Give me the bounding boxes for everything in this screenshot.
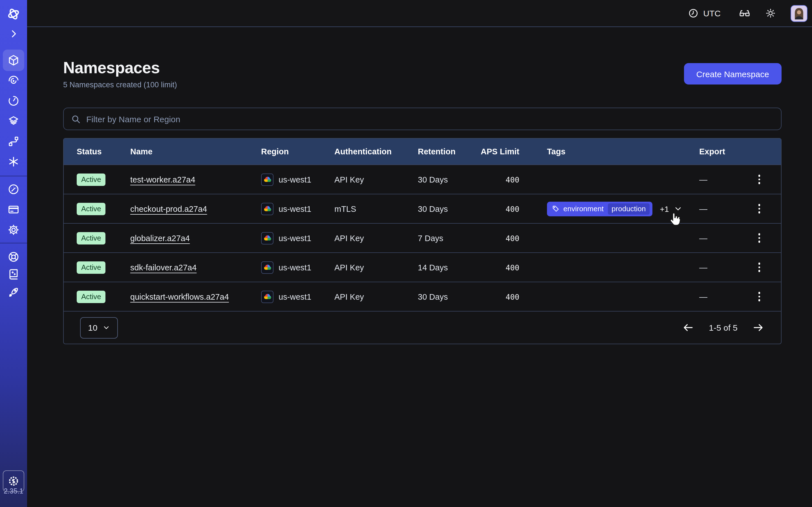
timezone-button[interactable]: UTC <box>688 8 721 18</box>
avatar[interactable] <box>791 5 808 22</box>
table-row: Active globalizer.a27a4 us-west1 API Key… <box>64 223 781 252</box>
sidebar-item-schedules[interactable] <box>3 90 24 112</box>
retention-label: 30 Days <box>418 204 474 213</box>
create-namespace-button[interactable]: Create Namespace <box>684 63 781 84</box>
retention-label: 14 Days <box>418 263 474 272</box>
timezone-label: UTC <box>703 8 721 18</box>
retention-label: 30 Days <box>418 175 474 184</box>
row-menu-button[interactable] <box>749 257 770 278</box>
tags-cell: environment production +1 <box>519 202 699 216</box>
auth-label: API Key <box>335 263 418 272</box>
next-page-button[interactable] <box>752 322 764 334</box>
retention-label: 30 Days <box>418 292 474 301</box>
page-range-label: 1-5 of 5 <box>709 323 738 332</box>
table-row: Active quickstart-workflows.a27a4 us-wes… <box>64 282 781 311</box>
status-badge: Active <box>77 203 106 215</box>
export-value: — <box>699 204 738 213</box>
namespace-link[interactable]: quickstart-workflows.a27a4 <box>130 292 229 301</box>
table-row: Active checkout-prod.a27a4 us-west1 mTLS… <box>64 194 781 223</box>
region-label: us-west1 <box>278 175 311 184</box>
gcp-region-icon <box>261 173 273 186</box>
sidebar: 2.35.1 <box>0 0 27 507</box>
table-footer: 10 1-5 of 5 <box>64 311 781 344</box>
namespace-link[interactable]: test-worker.a27a4 <box>130 175 195 184</box>
col-status: Status <box>77 147 130 156</box>
table-row: Active test-worker.a27a4 us-west1 API Ke… <box>64 165 781 194</box>
chevron-down-icon <box>103 324 110 331</box>
status-badge: Active <box>77 173 106 186</box>
prev-page-button[interactable] <box>682 322 694 334</box>
gcp-region-icon <box>261 290 273 303</box>
glasses-icon <box>739 7 751 19</box>
tag-key: environment <box>563 205 604 213</box>
aps-limit-value: 400 <box>474 204 519 213</box>
clock-icon <box>688 8 699 18</box>
app-window: 2.35.1 UTC <box>0 0 812 507</box>
sidebar-item-usage[interactable] <box>3 179 24 200</box>
export-value: — <box>699 263 738 272</box>
col-region: Region <box>261 147 335 156</box>
col-export: Export <box>699 147 738 156</box>
more-tags-count: +1 <box>660 204 669 213</box>
app-version: 2.35.1 <box>0 487 27 495</box>
status-badge: Active <box>77 261 106 274</box>
page-size-select[interactable]: 10 <box>80 317 118 338</box>
sun-icon <box>765 8 776 18</box>
tag-icon <box>552 205 559 212</box>
row-menu-button[interactable] <box>749 227 770 249</box>
theme-toggle-button[interactable] <box>765 8 776 18</box>
auth-label: API Key <box>335 292 418 301</box>
chevron-down-icon <box>674 205 682 213</box>
tag-pill[interactable]: environment production <box>547 202 653 216</box>
sidebar-item-insights[interactable] <box>3 70 24 91</box>
gcp-region-icon <box>261 203 273 215</box>
col-authentication: Authentication <box>335 147 418 156</box>
tag-value: production <box>608 203 650 214</box>
gcp-region-icon <box>261 261 273 274</box>
namespace-link[interactable]: checkout-prod.a27a4 <box>130 204 207 213</box>
namespace-link[interactable]: sdk-failover.a27a4 <box>130 263 197 272</box>
sidebar-item-billing[interactable] <box>3 199 24 220</box>
sidebar-expand-button[interactable] <box>3 23 24 45</box>
aps-limit-value: 400 <box>474 233 519 242</box>
sidebar-item-get-started[interactable] <box>3 282 24 303</box>
col-retention: Retention <box>418 147 474 156</box>
main-content: Namespaces 5 Namespaces created (100 lim… <box>63 27 781 344</box>
col-name: Name <box>130 147 261 156</box>
export-value: — <box>699 292 738 301</box>
sidebar-item-namespaces[interactable] <box>3 50 24 71</box>
arrow-left-icon <box>682 322 694 334</box>
table-header: Status Name Region Authentication Retent… <box>64 138 781 165</box>
region-label: us-west1 <box>278 263 311 272</box>
labs-glasses-button[interactable] <box>739 7 751 19</box>
page-subtitle: 5 Namespaces created (100 limit) <box>63 80 177 89</box>
sidebar-item-deployments[interactable] <box>3 110 24 132</box>
auth-label: mTLS <box>335 204 418 213</box>
region-label: us-west1 <box>278 233 311 242</box>
sidebar-item-batch-operations[interactable] <box>3 131 24 152</box>
search-icon <box>71 114 81 124</box>
aps-limit-value: 400 <box>474 263 519 272</box>
auth-label: API Key <box>335 233 418 242</box>
status-badge: Active <box>77 290 106 303</box>
aps-limit-value: 400 <box>474 175 519 184</box>
namespaces-table: Status Name Region Authentication Retent… <box>63 138 781 344</box>
page-title: Namespaces <box>63 59 177 77</box>
export-value: — <box>699 175 738 184</box>
row-menu-button[interactable] <box>749 286 770 307</box>
sidebar-divider <box>0 176 27 176</box>
export-value: — <box>699 233 738 242</box>
col-tags: Tags <box>519 147 699 156</box>
sidebar-item-settings[interactable] <box>3 219 24 240</box>
sidebar-item-nexus[interactable] <box>3 151 24 172</box>
topbar: UTC <box>27 0 812 27</box>
region-label: us-west1 <box>278 292 311 301</box>
filter-input[interactable] <box>86 114 774 124</box>
row-menu-button[interactable] <box>749 198 770 219</box>
auth-label: API Key <box>335 175 418 184</box>
row-menu-button[interactable] <box>749 169 770 190</box>
arrow-right-icon <box>752 322 764 334</box>
namespace-link[interactable]: globalizer.a27a4 <box>130 233 190 242</box>
more-tags-toggle[interactable]: +1 <box>660 204 682 213</box>
retention-label: 7 Days <box>418 233 474 242</box>
